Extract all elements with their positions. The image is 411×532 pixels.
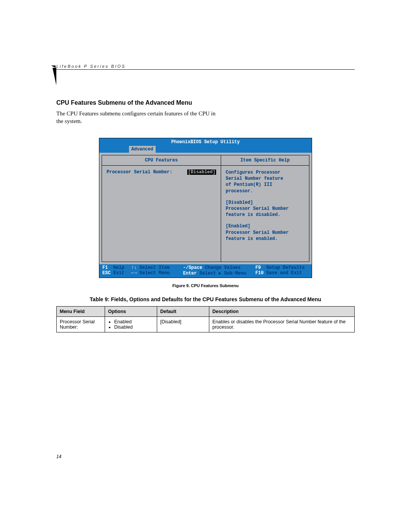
section-title: CPU Features Submenu of the Advanced Men…	[56, 99, 355, 106]
help-disabled-title: [Disabled]	[226, 200, 304, 206]
foot-text: Save and Exit	[266, 270, 302, 276]
bios-left-panel: CPU Features Processor Serial Number: [D…	[102, 155, 221, 262]
foot-key: Enter	[183, 271, 197, 276]
foot-key: -/Space	[183, 265, 202, 270]
bios-help-panel: Item Specific Help Configures Processor …	[221, 155, 309, 262]
field-table: Menu Field Options Default Description P…	[56, 306, 355, 332]
page-number: 14	[56, 454, 61, 459]
cell-options: Enabled Disabled	[105, 317, 157, 332]
bios-footer: F1 Help ↑↓ Select Item -/Space Change Va…	[99, 264, 312, 278]
table-row: Processor Serial Number: Enabled Disable…	[57, 317, 355, 332]
table-title: Table 9: Fields, Options and Defaults fo…	[56, 296, 355, 302]
running-head: LifeBook P Series BIOS	[56, 64, 355, 70]
help-line: processor.	[226, 188, 304, 194]
foot-text: Select ▶ Sub-Menu	[199, 271, 246, 276]
opt-item: Enabled	[114, 319, 154, 324]
bios-left-title: CPU Features	[102, 155, 221, 166]
foot-key: ESC	[102, 270, 111, 276]
figure-caption: Figure 9. CPU Features Submenu	[56, 283, 355, 288]
foot-text: Change Values	[205, 265, 241, 270]
bios-tab-advanced[interactable]: Advanced	[129, 146, 156, 153]
cell-menu: Processor Serial Number:	[57, 317, 105, 332]
foot-key: F10	[255, 270, 264, 276]
cell-default: [Disabled]	[157, 317, 209, 332]
help-line: Processor Serial Number	[226, 230, 304, 236]
bios-field-value[interactable]: [Disabled]	[187, 169, 216, 175]
bios-title: PhoenixBIOS Setup Utility	[99, 138, 312, 146]
header-wedge2-icon	[53, 68, 56, 85]
help-enabled-title: [Enabled]	[226, 223, 304, 229]
foot-text: Setup Defaults	[266, 265, 305, 270]
bios-screenshot: PhoenixBIOS Setup Utility Advanced CPU F…	[99, 138, 312, 278]
bios-right-title: Item Specific Help	[221, 155, 309, 166]
foot-text: Exit	[113, 270, 124, 276]
foot-key: ↑↓	[131, 265, 137, 270]
foot-text: Help	[113, 265, 124, 270]
foot-text: Select Item	[140, 265, 170, 270]
th-options: Options	[105, 307, 157, 317]
bios-field-label: Processor Serial Number:	[107, 169, 172, 175]
cell-description: Enables or disables the Processor Serial…	[209, 317, 355, 332]
opt-item: Disabled	[114, 324, 154, 330]
help-line: Configures Processor	[226, 169, 304, 176]
help-line: Serial Number feature	[226, 176, 304, 182]
bios-tab-bar: Advanced	[99, 146, 312, 153]
help-line: of Pentium(R) III	[226, 182, 304, 188]
help-line: feature is disabled.	[226, 212, 304, 218]
th-description: Description	[209, 307, 355, 317]
foot-key: ←→	[131, 270, 137, 276]
foot-key: F1	[102, 265, 108, 270]
running-head-text: LifeBook P Series BIOS	[56, 64, 126, 69]
foot-key: F9	[255, 265, 261, 270]
foot-text: Select Menu	[140, 270, 170, 276]
section-body: The CPU Features submenu configures cert…	[56, 110, 220, 125]
th-default: Default	[157, 307, 209, 317]
help-line: feature is enabled.	[226, 236, 304, 242]
th-menu: Menu Field	[57, 307, 105, 317]
help-line: Processor Serial Number	[226, 206, 304, 212]
